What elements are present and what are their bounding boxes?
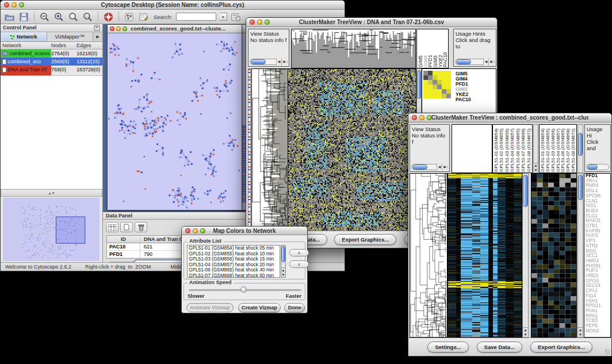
zoom-in-icon[interactable] xyxy=(53,12,64,22)
network-nodes-count: 2569(6) xyxy=(51,58,76,66)
move-down-button[interactable]: ∨ xyxy=(289,260,309,268)
close-icon[interactable] xyxy=(250,20,255,25)
column-dendrogram-panel[interactable] xyxy=(291,29,416,68)
label-split-vscrollbar[interactable]: ▲▼ xyxy=(533,124,538,173)
view-status-title: View Status xyxy=(412,126,447,132)
network-row-icon xyxy=(2,51,8,56)
heatmap-column-labels[interactable]: GPL51-01 (GSM854)GPL51-02 (GSM855)GPL51-… xyxy=(492,124,533,173)
zoom-out-icon[interactable] xyxy=(39,12,50,22)
gene-id: PAC10 xyxy=(107,243,140,250)
network-edges-count: 16218(0) xyxy=(76,49,102,58)
tab-overflow-icon[interactable]: ▶ xyxy=(93,32,102,41)
tab-network[interactable]: Network xyxy=(1,32,47,41)
save-icon[interactable] xyxy=(18,12,29,22)
heatmap-vscrollbar[interactable]: ▲▼ xyxy=(522,173,529,338)
network-list-empty-area[interactable] xyxy=(1,75,102,189)
row-dendrogram-panel[interactable] xyxy=(410,173,447,338)
new-attribute-icon[interactable] xyxy=(120,222,133,232)
close-icon[interactable] xyxy=(412,115,417,120)
attribute-select-icon[interactable] xyxy=(106,222,118,232)
close-icon[interactable] xyxy=(110,26,114,31)
gene-label[interactable]: MON2 xyxy=(586,329,610,334)
search-dropdown-icon[interactable]: ▼ xyxy=(220,13,227,21)
speed-slider-thumb[interactable] xyxy=(240,286,247,293)
settings-button[interactable]: Settings... xyxy=(427,342,468,352)
annotation-icon[interactable] xyxy=(138,12,149,22)
close-icon[interactable] xyxy=(185,228,190,233)
export-graphics-button[interactable]: Export Graphics... xyxy=(334,234,396,245)
column-label: GIM3 xyxy=(433,30,438,67)
move-up-button[interactable]: ∧ xyxy=(289,249,309,256)
view-status-hscrollbar[interactable]: ◀▶ xyxy=(411,164,448,170)
gene-label-list[interactable]: PFD1YRA1RNR4MSL1SPC98CLN1NIS1BUD4ELG1MAK… xyxy=(584,173,611,338)
dialog-title-bar[interactable]: Map Colors to Network xyxy=(182,227,307,235)
view-status-hscrollbar[interactable]: ◀▶ xyxy=(250,59,288,65)
search-config-icon[interactable] xyxy=(231,12,242,22)
tab-vizmapper[interactable]: VizMapper™ xyxy=(47,32,94,41)
zoom-column-labels[interactable]: GPL51-01 (GSM854)GPL51-02 (GSM855)GPL51-… xyxy=(539,124,577,173)
zoom-actual-size-icon[interactable]: 1:1 xyxy=(82,12,93,22)
zoom-selected-icon[interactable] xyxy=(68,12,79,22)
treeview-combined-title-bar[interactable]: ClusterMaker TreeView : combined_scores_… xyxy=(408,113,611,122)
treeview-dna-title: ClusterMaker TreeView : DNA and Tran 07-… xyxy=(269,19,474,25)
usage-hints-hscrollbar[interactable] xyxy=(586,164,609,170)
col-header-edges[interactable]: Edges xyxy=(76,41,102,49)
minimize-icon[interactable] xyxy=(419,115,424,120)
vizmapper-icon[interactable] xyxy=(124,12,135,22)
col-header-network[interactable]: Network xyxy=(1,41,51,49)
delete-attribute-icon[interactable] xyxy=(135,222,147,232)
main-title-bar[interactable]: Cytoscape Desktop (Session Name: collins… xyxy=(1,1,345,10)
open-folder-icon[interactable] xyxy=(4,12,15,22)
gene-label[interactable]: PAC10 xyxy=(456,97,471,102)
treeview-dna-title-bar[interactable]: ClusterMaker TreeView : DNA and Tran 07-… xyxy=(246,18,497,27)
resize-grip[interactable] xyxy=(301,306,306,312)
labels-vscrollbar[interactable] xyxy=(577,124,583,173)
zoom-column-label: GPL51-02 (GSM855) xyxy=(545,125,550,172)
gene-id: PFD1 xyxy=(107,251,140,258)
save-data-button[interactable]: Save Data... xyxy=(477,342,522,352)
create-vizmap-button[interactable]: Create Vizmap xyxy=(238,303,281,312)
col-header-nodes[interactable]: Nodes xyxy=(51,41,76,49)
attribute-list-item[interactable]: GPL51-07 (GSM868) heat shock 60 min xyxy=(189,273,280,278)
network-view-title-bar[interactable]: combined_scores_good.txt--cluste... xyxy=(108,25,242,33)
gene-list-vscrollbar[interactable]: ▲▼ xyxy=(577,173,583,338)
heatmap-zoom-view[interactable] xyxy=(531,173,577,338)
attribute-list-vscrollbar[interactable]: ▲▼ xyxy=(281,245,286,278)
heatmap-column-labels[interactable]: GIM5GIM4PFD1GIM3YKE2PAC10 xyxy=(416,29,449,68)
column-dendrogram-panel[interactable] xyxy=(452,124,492,173)
view-status-panel: View Status No status info f ◀▶ xyxy=(248,29,289,67)
minimize-icon[interactable] xyxy=(257,20,262,25)
search-input[interactable] xyxy=(176,13,216,21)
animate-vizmap-button[interactable]: Animate Vizmap xyxy=(186,303,234,312)
network-edges-count: 183728(0) xyxy=(76,66,102,74)
heatmap-global-view[interactable] xyxy=(288,68,416,232)
attribute-list[interactable]: GPL51-01 (GSM854) heat shock 05 minGPL51… xyxy=(187,245,280,278)
float-panel-icon[interactable] xyxy=(94,25,100,31)
usage-hints-hscrollbar[interactable]: ◀▶ xyxy=(455,59,495,65)
minimize-icon[interactable] xyxy=(193,228,198,233)
minimize-icon[interactable] xyxy=(116,26,121,31)
column-label: GPL51-06 (GSM865) xyxy=(515,125,521,172)
minimize-icon[interactable] xyxy=(12,2,17,7)
help-icon[interactable] xyxy=(103,12,114,22)
col-header-id[interactable]: ID xyxy=(107,236,140,243)
close-icon[interactable] xyxy=(4,2,9,7)
zoom-matrix-canvas[interactable] xyxy=(423,71,451,98)
network-canvas[interactable] xyxy=(108,33,242,210)
network-view-window[interactable]: combined_scores_good.txt--cluste... xyxy=(107,24,242,210)
map-colors-dialog: Map Colors to Network Attribute List GPL… xyxy=(181,226,308,313)
resize-grip[interactable] xyxy=(605,350,610,355)
network-table-row[interactable]: combined_sco 2569(6) 13112(15) xyxy=(1,58,102,66)
export-graphics-button[interactable]: Export Graphics... xyxy=(530,342,592,352)
network-name: DNA and Tran 07 xyxy=(7,66,47,74)
row-dendrogram-panel[interactable] xyxy=(251,68,288,232)
main-window-title: Cytoscape Desktop (Session Name: collins… xyxy=(24,2,322,8)
network-overview-canvas[interactable] xyxy=(3,198,100,261)
panel-divider-handle[interactable]: ▲▼ xyxy=(1,189,102,197)
zoom-window-icon[interactable] xyxy=(123,26,127,31)
window-controls xyxy=(4,2,24,7)
heatmap-global-view[interactable] xyxy=(447,173,522,338)
network-table-row[interactable]: DNA and Tran 07 769(0) 183728(0) xyxy=(1,66,102,74)
view-status-panel: View Status No status info f ◀▶ xyxy=(410,124,450,172)
network-table-row[interactable]: combined_scores 2764(0) 16218(0) xyxy=(1,49,102,58)
